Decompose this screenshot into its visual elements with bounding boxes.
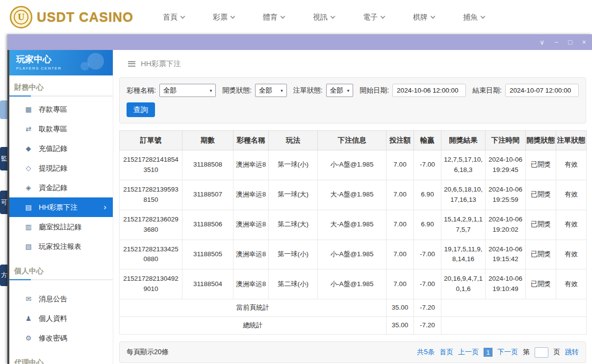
cell-winloss: -7.00 [414,150,441,180]
sidebar-header: 玩家中心 PLAYERS CENTER [9,50,113,75]
sidebar-item-player-bet-report[interactable]: ▧ 玩家投注報表 [9,237,113,256]
start-date-label: 開始日期: [360,86,389,95]
chevron-right-icon: › [103,202,106,212]
cell-lottery: 澳洲幸运8 [233,240,269,269]
cell-winloss: 6.90 [414,180,441,210]
logo-coin-icon: U [10,6,32,28]
page-size-text: 每頁顯示20條 [127,348,169,357]
menu-icon[interactable] [128,61,135,67]
top-navbar: U USDT CASINO 首頁 彩票 體育 視訊 電子 棋牌 捕魚 [0,0,592,34]
end-date-input[interactable] [505,84,579,97]
filter-panel: 彩種名稱: 全部 ▾ 開獎狀態: 全部 ▾ 注單狀態: 全部 ▾ [119,77,586,123]
first-page-link[interactable]: 首页 [439,348,453,357]
cell-bet-amount: 7.00 [386,269,414,299]
cell-winloss: -7.00 [414,240,441,269]
cell-order-status: 有效 [556,210,587,240]
table-row: 2152172821418543510 31188508 澳洲幸运8 第一球(小… [120,150,587,180]
sidebar-item-label: 提現記錄 [39,164,67,173]
nav-item-slots[interactable]: 電子 [363,13,385,22]
next-page-link[interactable]: 下一页 [497,348,518,357]
sidebar-item-hall-bet-record[interactable]: ▥ 廳室投註記錄 [9,217,113,237]
current-page-button[interactable]: 1 [484,348,492,357]
chevron-down-icon: ▾ [210,88,212,93]
window-body: 玩家中心 PLAYERS CENTER 財務中心 ▦ 存款專區 ⇄ 取款專區 ◆… [7,50,592,364]
cell-period: 31188508 [182,150,233,180]
sidebar-item-label: HH彩票下注 [39,203,77,212]
cell-winloss: -7.00 [414,269,441,299]
sidebar-item-announcements[interactable]: ✉ 消息公告 [9,289,113,309]
nav-item-live-video[interactable]: 視訊 [313,13,335,22]
nav-label: 視訊 [313,13,328,22]
sidebar-item-funds-record[interactable]: ◈ 資金記錄 [9,178,113,197]
page-title: HH彩票下注 [141,59,181,69]
order-status-value: 全部 [330,86,343,95]
cell-bet-time: 2024-10-06 19:25:59 [486,180,526,210]
start-date-input[interactable] [392,84,466,97]
sidebar-item-withdrawal-record[interactable]: ◇ 提現記錄 [9,158,113,178]
logo-coin-letter: U [14,10,28,24]
cell-draw-status: 已開獎 [526,150,556,180]
sidebar-item-label: 廳室投註記錄 [39,222,81,232]
window-close-icon[interactable]: × [582,39,586,46]
window-maximize-icon[interactable]: □ [568,39,572,46]
col-header: 開獎結果 [441,131,486,150]
window-shrink-icon[interactable]: ∨ [540,39,544,46]
total-summary-label: 總統計 [120,317,386,335]
cell-period: 31188507 [182,180,233,210]
lottery-name-label: 彩種名稱: [127,86,156,95]
prev-page-link[interactable]: 上一页 [458,348,479,357]
sidebar-item-deposit-zone[interactable]: ▦ 存款專區 [9,99,113,119]
edge-widget[interactable]: 方 [0,265,7,286]
nav-item-lottery[interactable]: 彩票 [213,13,234,22]
cell-bet-amount: 7.00 [386,240,414,269]
window-controls: ∨ − □ × [540,39,586,46]
funds-record-icon: ◈ [24,184,33,192]
draw-status-select[interactable]: 全部 ▾ [255,84,287,97]
nav-item-fishing[interactable]: 捕魚 [463,13,485,22]
sidebar-item-recharge-record[interactable]: ◆ 充值記錄 [9,139,113,158]
edge-widget[interactable]: 監 [0,147,7,170]
draw-status-label: 開獎狀態: [222,86,252,95]
sidebar-item-withdraw-zone[interactable]: ⇄ 取款專區 [9,119,113,139]
order-status-select[interactable]: 全部 ▾ [326,84,354,97]
cell-lottery: 澳洲幸运8 [233,180,269,210]
chevron-down-icon [481,14,486,19]
page-summary-empty [441,299,587,317]
sidebar-item-label: 取款專區 [39,124,67,134]
search-button[interactable]: 查詢 [127,102,155,117]
bets-table: 訂單號 期數 彩種名稱 玩法 下注信息 投注額 輸贏 開獎結果 下注時間 開獎狀… [119,130,587,335]
col-header: 期數 [182,131,233,150]
cell-draw-status: 已開獎 [526,269,556,299]
chevron-down-icon [231,14,235,19]
lottery-name-select[interactable]: 全部 ▾ [159,84,216,97]
cell-order-status: 有效 [556,180,587,210]
chevron-down-icon [431,14,436,19]
cell-lottery: 澳洲幸运8 [233,269,269,299]
nav-item-home[interactable]: 首頁 [163,13,184,22]
sidebar-item-label: 充值記錄 [39,144,67,153]
edge-widget[interactable]: 可 [0,191,7,214]
col-header: 彩種名稱 [233,131,269,150]
col-header: 開獎狀態 [526,131,556,150]
sidebar-item-change-password[interactable]: ⚙ 修改密碼 [9,328,113,348]
sidebar-item-hh-lottery-bets[interactable]: ▤ HH彩票下注 › [9,197,113,217]
nav-item-card-games[interactable]: 棋牌 [413,13,435,22]
window-titlebar[interactable]: ∨ − □ × [7,34,592,50]
withdrawal-record-icon: ◇ [24,164,33,172]
nav-item-sports[interactable]: 體育 [263,13,284,22]
jump-button[interactable]: 跳转 [565,348,579,357]
site-logo[interactable]: U USDT CASINO [10,6,133,28]
cell-order-no: 2152172821360293680 [120,210,182,240]
table-row: 2152172821395938150 31188507 澳洲幸运8 第一球(大… [120,180,587,210]
hall-bet-record-icon: ▥ [24,223,33,231]
bell-icon: ✉ [24,295,33,303]
total-summary-empty [441,317,587,335]
edge-widget[interactable] [0,100,7,119]
section-divider [9,96,113,97]
cell-play: 第二球(小) [269,269,318,299]
cell-order-status: 有效 [556,150,587,180]
page-jump-input[interactable] [535,347,548,358]
cell-bet-info: 大-A盤@1.985 [318,210,386,240]
window-minimize-icon[interactable]: − [554,39,558,46]
sidebar-item-profile[interactable]: ♟ 個人資料 [9,309,113,328]
